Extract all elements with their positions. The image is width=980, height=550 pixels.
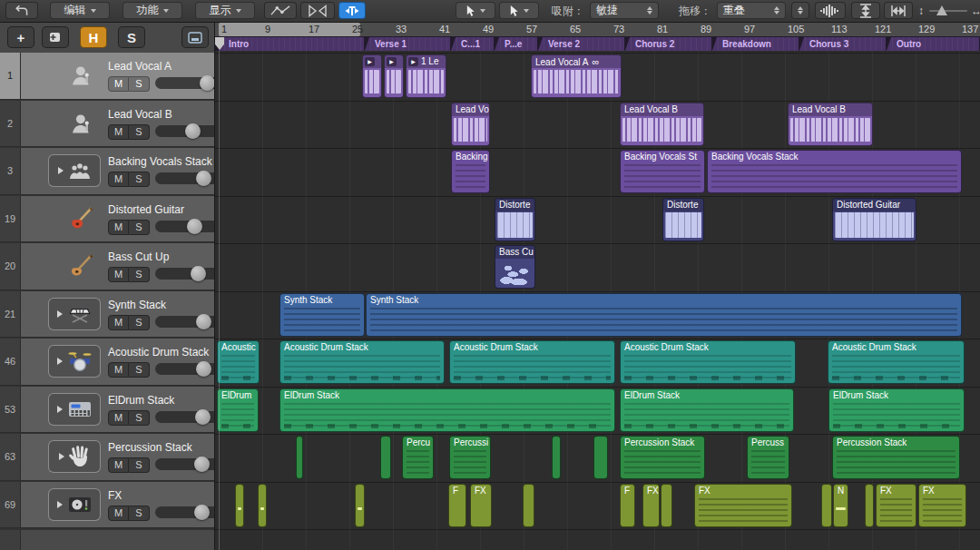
volume-slider-knob[interactable] [191, 266, 206, 281]
snap-dropdown[interactable]: 敏捷 [590, 2, 659, 19]
track-header[interactable]: 3Backing Vocals StackMS [0, 148, 214, 196]
audio-region[interactable]: Lead Vocal B [620, 103, 704, 146]
audio-region[interactable]: ▶ [384, 54, 404, 98]
track-header[interactable]: 21Synth StackMS [0, 291, 214, 339]
solo-button[interactable]: S [129, 457, 150, 473]
track-name[interactable]: Backing Vocals Stack [108, 155, 212, 168]
audio-region[interactable]: ElDrum [217, 388, 259, 432]
menu-edit[interactable]: 编辑 [50, 2, 110, 19]
mute-button[interactable]: M [108, 506, 129, 521]
audio-region[interactable] [235, 484, 244, 527]
audio-region[interactable] [552, 436, 561, 479]
volume-slider-knob[interactable] [194, 505, 210, 520]
audio-region[interactable]: FX [642, 484, 660, 527]
mute-button[interactable]: M [108, 220, 129, 235]
solo-button[interactable]: S [129, 76, 150, 92]
mute-button[interactable]: M [108, 172, 129, 187]
track-header[interactable]: 2Lead Vocal BMS [0, 101, 214, 149]
arrangement-marker[interactable]: Chorus 2 [625, 37, 711, 51]
audio-region[interactable]: Bass Cu [495, 245, 535, 289]
audio-region[interactable]: Percussion Stack [620, 436, 705, 479]
stack-disclosure-button[interactable] [48, 440, 101, 473]
track-name[interactable]: Bass Cut Up [108, 250, 169, 263]
audio-region[interactable]: Acoustic Drum Stack [620, 340, 796, 384]
duplicate-track-button[interactable] [42, 26, 69, 48]
audio-region[interactable]: Backing Vocals St [620, 150, 705, 193]
stack-disclosure-button[interactable] [48, 298, 101, 330]
audio-region[interactable]: Distorte [662, 198, 704, 241]
vertical-zoom-slider[interactable] [929, 10, 967, 12]
volume-slider-knob[interactable] [196, 171, 211, 186]
mute-button[interactable]: M [108, 457, 129, 473]
solo-button[interactable]: S [129, 172, 150, 187]
waveform-zoom-button[interactable] [815, 2, 846, 19]
nudge-stepper[interactable] [791, 2, 809, 19]
audio-region[interactable]: ▶1 Le [406, 54, 446, 98]
editors-toggle-button[interactable] [181, 26, 209, 48]
arrangement-marker[interactable]: Outro [887, 37, 979, 51]
audio-region[interactable]: Distorted Guitar [832, 198, 916, 241]
audio-region[interactable] [865, 484, 874, 527]
audio-region[interactable] [355, 484, 365, 527]
arrangement-marker[interactable]: C...1 [451, 37, 494, 51]
audio-region[interactable]: FX [876, 484, 916, 527]
region-play-icon[interactable]: ▶ [365, 57, 375, 66]
region-play-icon[interactable]: ▶ [387, 57, 397, 66]
audio-region[interactable]: F [620, 484, 635, 527]
track-name[interactable]: Lead Vocal A [108, 60, 172, 73]
menu-view[interactable]: 显示 [195, 2, 255, 19]
add-track-button[interactable]: + [7, 26, 34, 48]
arrange-area[interactable]: ▶▶▶1 LeLead Vocal A∞Lead VoLead Vocal BL… [215, 51, 980, 550]
track-header[interactable]: 46Acoustic Drum StackMS [0, 339, 214, 387]
audio-region[interactable]: Lead Vocal B [788, 103, 873, 146]
audio-region[interactable]: Distorte [495, 198, 535, 241]
track-header[interactable]: 20Bass Cut UpMS [0, 243, 214, 291]
audio-region[interactable] [258, 484, 267, 527]
track-name[interactable]: Synth Stack [108, 299, 166, 311]
audio-region[interactable]: Percussion Stack [832, 436, 960, 479]
vertical-zoom-button[interactable] [851, 2, 880, 19]
mute-button[interactable]: M [108, 362, 129, 378]
audio-region[interactable]: ElDrum Stack [279, 388, 615, 432]
audio-region[interactable] [380, 436, 391, 479]
track-header[interactable]: 63Percussion StackMS [0, 434, 214, 482]
arrangement-marker[interactable]: Verse 1 [365, 37, 450, 51]
arrangement-marker[interactable]: Intro [219, 37, 364, 51]
audio-region[interactable]: F [448, 484, 466, 527]
volume-slider-knob[interactable] [196, 361, 211, 377]
arrangement-marker[interactable]: Chorus 3 [799, 37, 886, 51]
audio-region[interactable]: Acoustic [217, 340, 260, 384]
audio-region[interactable]: Lead Vo [451, 103, 490, 146]
audio-region[interactable]: FX [694, 484, 792, 527]
solo-tracks-button[interactable]: S [118, 26, 145, 48]
flex-button[interactable] [300, 2, 335, 19]
volume-slider-knob[interactable] [185, 123, 201, 139]
bar-ruler[interactable]: 191725334149576573818997105113121129137 [214, 23, 980, 36]
hide-tracks-button[interactable]: H [80, 26, 107, 48]
drag-dropdown[interactable]: 重叠 [717, 2, 786, 19]
audio-region[interactable]: Percussi [449, 436, 491, 479]
mute-button[interactable]: M [108, 410, 129, 426]
audio-region[interactable] [593, 436, 608, 479]
volume-slider-knob[interactable] [195, 409, 211, 425]
audio-region[interactable]: Percuss [747, 436, 789, 479]
horizontal-zoom-button[interactable] [884, 2, 913, 19]
audio-region[interactable] [661, 484, 672, 527]
mute-button[interactable]: M [108, 124, 129, 140]
track-name[interactable]: ElDrum Stack [108, 394, 174, 407]
solo-button[interactable]: S [129, 124, 150, 140]
solo-button[interactable]: S [129, 410, 150, 426]
audio-region[interactable] [296, 436, 303, 479]
secondary-tool-dropdown[interactable] [499, 2, 539, 19]
track-header[interactable]: 69FXMS [0, 482, 214, 530]
undo-button[interactable] [5, 2, 38, 19]
volume-slider-knob[interactable] [196, 314, 211, 329]
cycle-region[interactable] [219, 23, 360, 36]
arrangement-marker[interactable]: Breakdown [712, 37, 799, 51]
audio-region[interactable]: Acoustic Drum Stack [828, 340, 965, 384]
audio-region[interactable]: Synth Stack [366, 293, 962, 337]
solo-button[interactable]: S [129, 220, 150, 235]
volume-slider-knob[interactable] [187, 219, 202, 234]
automation-button[interactable] [264, 2, 297, 19]
audio-region[interactable]: Backing [451, 150, 490, 193]
